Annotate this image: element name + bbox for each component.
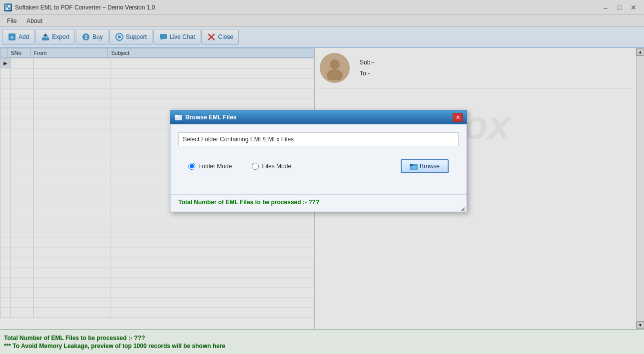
modal-titlebar: Browse EML Files ✕: [170, 110, 467, 124]
modal-title-text: Browse EML Files: [185, 114, 236, 121]
modal-footer-text: Total Number of EML Files to be processe…: [178, 199, 459, 206]
modal-body: Select Folder Containing EML/EMLx Files …: [170, 124, 467, 194]
modal-close-button[interactable]: ✕: [453, 113, 463, 122]
modal-overlay: Browse EML Files ✕ Select Folder Contain…: [0, 0, 644, 354]
browse-button[interactable]: Browse: [401, 159, 449, 173]
modal-section-title: Select Folder Containing EML/EMLx Files: [178, 132, 459, 146]
modal-footer: Total Number of EML Files to be processe…: [170, 194, 467, 212]
browse-eml-dialog: Browse EML Files ✕ Select Folder Contain…: [170, 110, 467, 212]
folder-mode-option[interactable]: Folder Mode: [188, 163, 232, 170]
folder-mode-radio[interactable]: [188, 163, 195, 170]
modal-options: Folder Mode Files Mode Browse: [178, 154, 459, 178]
files-mode-radio[interactable]: [252, 163, 259, 170]
modal-title-left: Browse EML Files: [174, 113, 236, 121]
modal-resize-handle[interactable]: ◢: [461, 206, 466, 211]
svg-rect-21: [411, 166, 417, 169]
files-mode-label: Files Mode: [262, 163, 291, 170]
svg-rect-18: [175, 115, 178, 117]
folder-mode-label: Folder Mode: [198, 163, 232, 170]
files-mode-option[interactable]: Files Mode: [252, 163, 291, 170]
